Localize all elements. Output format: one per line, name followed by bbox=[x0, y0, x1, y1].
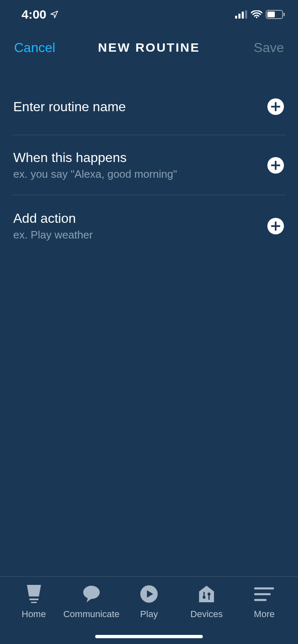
svg-rect-3 bbox=[245, 10, 247, 19]
add-trigger-button[interactable] bbox=[267, 157, 284, 174]
trigger-example: ex. you say "Alexa, good morning" bbox=[13, 168, 177, 181]
status-left: 4:00 bbox=[22, 7, 59, 21]
tab-communicate[interactable]: Communicate bbox=[62, 585, 120, 620]
tab-bar: Home Communicate Play bbox=[0, 576, 298, 644]
battery-icon bbox=[266, 10, 285, 19]
svg-rect-2 bbox=[242, 12, 244, 19]
content: Enter routine name When this happens ex.… bbox=[0, 66, 298, 254]
page-title: NEW ROUTINE bbox=[98, 41, 200, 55]
add-action-button[interactable] bbox=[267, 218, 284, 234]
tab-devices-label: Devices bbox=[190, 609, 223, 620]
svg-rect-25 bbox=[254, 587, 274, 589]
svg-rect-0 bbox=[235, 16, 237, 19]
svg-rect-16 bbox=[271, 225, 280, 227]
status-right bbox=[235, 10, 285, 19]
svg-rect-26 bbox=[254, 593, 271, 595]
routine-name-label: Enter routine name bbox=[13, 99, 126, 114]
home-icon bbox=[25, 585, 43, 603]
communicate-icon bbox=[82, 585, 101, 603]
svg-point-19 bbox=[83, 586, 100, 599]
svg-rect-1 bbox=[238, 14, 240, 19]
tab-communicate-label: Communicate bbox=[63, 609, 120, 620]
svg-rect-27 bbox=[254, 599, 267, 601]
nav-bar: Cancel NEW ROUTINE Save bbox=[0, 29, 298, 66]
tab-play-label: Play bbox=[140, 609, 158, 620]
cellular-signal-icon bbox=[235, 10, 248, 19]
save-button[interactable]: Save bbox=[254, 40, 284, 55]
cancel-button[interactable]: Cancel bbox=[14, 40, 55, 55]
tab-more[interactable]: More bbox=[236, 585, 293, 620]
action-example: ex. Play weather bbox=[13, 229, 93, 241]
svg-rect-6 bbox=[267, 12, 275, 17]
svg-rect-13 bbox=[271, 165, 280, 166]
play-icon bbox=[140, 585, 158, 603]
trigger-label: When this happens bbox=[13, 150, 177, 165]
add-name-button[interactable] bbox=[267, 98, 284, 115]
svg-rect-10 bbox=[271, 106, 280, 107]
wifi-icon bbox=[251, 10, 262, 19]
tab-home[interactable]: Home bbox=[5, 585, 62, 620]
svg-point-4 bbox=[256, 17, 257, 18]
status-bar: 4:00 bbox=[0, 0, 298, 29]
tab-home-label: Home bbox=[22, 609, 46, 620]
svg-rect-18 bbox=[31, 602, 37, 603]
more-icon bbox=[254, 585, 274, 603]
svg-rect-17 bbox=[29, 599, 38, 600]
location-services-icon bbox=[50, 10, 59, 19]
svg-rect-7 bbox=[284, 13, 285, 16]
trigger-row[interactable]: When this happens ex. you say "Alexa, go… bbox=[12, 135, 286, 195]
svg-rect-22 bbox=[204, 592, 205, 597]
tab-more-label: More bbox=[254, 609, 274, 620]
home-indicator[interactable] bbox=[95, 635, 203, 638]
action-label: Add action bbox=[13, 211, 93, 226]
routine-name-row[interactable]: Enter routine name bbox=[12, 95, 286, 135]
devices-icon bbox=[197, 585, 216, 603]
action-row[interactable]: Add action ex. Play weather bbox=[12, 195, 286, 254]
status-time: 4:00 bbox=[22, 7, 46, 21]
tab-play[interactable]: Play bbox=[120, 585, 178, 620]
tab-devices[interactable]: Devices bbox=[178, 585, 236, 620]
svg-rect-24 bbox=[209, 594, 210, 600]
